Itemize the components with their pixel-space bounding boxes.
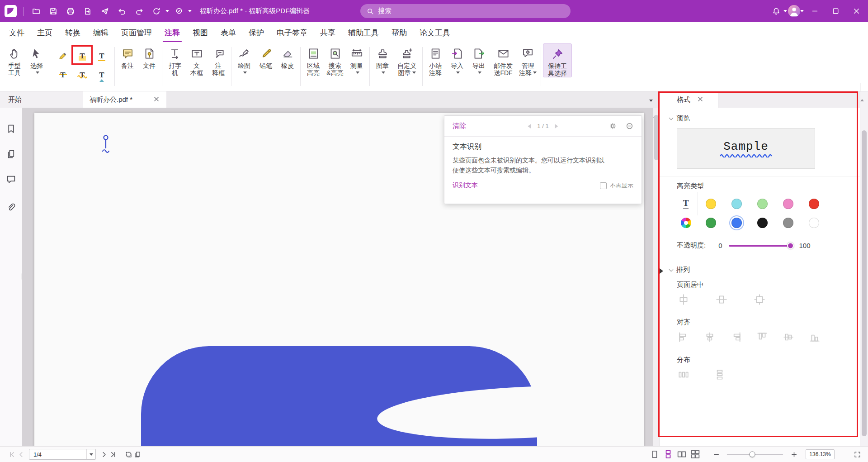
verify-dropdown-caret[interactable] bbox=[188, 10, 192, 14]
attachments-panel-button[interactable] bbox=[6, 202, 17, 213]
previous-message-icon[interactable] bbox=[525, 124, 531, 129]
comments-panel-button[interactable] bbox=[6, 174, 17, 185]
minimize-notification-button[interactable] bbox=[626, 122, 633, 130]
sync-button[interactable] bbox=[149, 5, 164, 18]
page-dropdown-button[interactable] bbox=[86, 449, 95, 459]
recognize-text-link[interactable]: 识别文本 bbox=[453, 181, 478, 190]
menu-help[interactable]: 帮助 bbox=[385, 22, 413, 43]
zoom-slider[interactable] bbox=[727, 454, 783, 455]
tab-start[interactable]: 开始 bbox=[0, 91, 83, 108]
notifications-button[interactable] bbox=[769, 5, 783, 18]
menu-comment[interactable]: 注释 bbox=[158, 22, 186, 43]
menu-protect[interactable]: 保护 bbox=[242, 22, 270, 43]
opacity-slider-handle[interactable] bbox=[787, 242, 794, 249]
bookmarks-panel-button[interactable] bbox=[6, 123, 17, 134]
collapse-ribbon-button[interactable] bbox=[860, 84, 864, 88]
menu-share[interactable]: 共享 bbox=[314, 22, 342, 43]
text-highlight-type-icon[interactable]: T bbox=[683, 198, 689, 209]
arrange-section-header[interactable]: 排列 bbox=[660, 266, 860, 274]
underline-text-tool[interactable]: T bbox=[93, 47, 111, 64]
collapse-format-panel-handle[interactable] bbox=[660, 268, 666, 274]
select-dropdown-caret[interactable] bbox=[36, 71, 39, 76]
notification-settings-button[interactable] bbox=[609, 122, 617, 130]
print-button[interactable] bbox=[63, 5, 78, 18]
minimize-button[interactable] bbox=[805, 0, 825, 22]
center-both-button[interactable] bbox=[754, 294, 765, 305]
sync-dropdown-caret[interactable] bbox=[165, 10, 169, 14]
notifications-caret[interactable] bbox=[783, 10, 787, 14]
insert-text-tool[interactable]: T bbox=[93, 66, 111, 83]
tab-list-dropdown-caret[interactable] bbox=[649, 100, 653, 104]
search-input[interactable]: 搜索 bbox=[360, 4, 571, 18]
stamp-dropdown-caret[interactable] bbox=[382, 71, 385, 76]
export-pdf-button[interactable] bbox=[80, 5, 95, 18]
menu-page-management[interactable]: 页面管理 bbox=[115, 22, 158, 43]
hand-tool-button[interactable]: 手型工具 bbox=[4, 43, 25, 76]
zoom-level-input[interactable]: 136.13% bbox=[806, 449, 835, 459]
color-swatch-gray[interactable] bbox=[783, 218, 793, 228]
page-number-input[interactable]: 1/4 bbox=[29, 449, 96, 460]
dont-show-again-checkbox[interactable] bbox=[600, 182, 607, 189]
manage-comments-button[interactable]: 管理注释 bbox=[517, 43, 539, 76]
preview-section-header[interactable]: 预览 bbox=[660, 114, 860, 123]
menu-esign[interactable]: 电子签章 bbox=[270, 22, 314, 43]
stamp-button[interactable]: 图章 bbox=[372, 43, 393, 76]
menu-form[interactable]: 表单 bbox=[214, 22, 242, 43]
eraser-button[interactable]: 橡皮 bbox=[277, 43, 298, 76]
align-bottom-button[interactable] bbox=[809, 331, 821, 343]
close-button[interactable] bbox=[846, 0, 866, 22]
zoom-out-button[interactable] bbox=[712, 450, 721, 459]
menu-file[interactable]: 文件 bbox=[3, 22, 31, 43]
manage-dropdown-caret[interactable] bbox=[533, 71, 537, 76]
close-tab-icon[interactable] bbox=[154, 96, 160, 103]
color-swatch-yellow[interactable] bbox=[706, 199, 716, 209]
drawing-button[interactable]: 绘图 bbox=[233, 43, 255, 76]
maximize-button[interactable] bbox=[826, 0, 845, 22]
tab-format[interactable]: 格式 bbox=[660, 91, 718, 108]
align-center-horizontal-button[interactable] bbox=[704, 331, 716, 343]
align-top-button[interactable] bbox=[756, 331, 768, 343]
file-attachment-button[interactable]: 文件 bbox=[138, 43, 160, 76]
center-vertically-button[interactable] bbox=[716, 294, 727, 305]
color-swatch-pink[interactable] bbox=[783, 199, 793, 209]
menu-edit[interactable]: 编辑 bbox=[87, 22, 115, 43]
next-page-button[interactable] bbox=[99, 450, 108, 459]
menu-view[interactable]: 视图 bbox=[186, 22, 214, 43]
close-format-panel-icon[interactable] bbox=[698, 96, 704, 103]
pencil-button[interactable]: 铅笔 bbox=[255, 43, 277, 76]
textbox-button[interactable]: 文本框 bbox=[186, 43, 208, 76]
measure-dropdown-caret[interactable] bbox=[356, 71, 359, 76]
center-horizontally-button[interactable] bbox=[678, 294, 689, 305]
color-swatch-black[interactable] bbox=[757, 218, 768, 228]
export-comments-button[interactable]: 导出 bbox=[468, 43, 490, 76]
highlight-text-tool[interactable] bbox=[54, 47, 72, 64]
save-button[interactable] bbox=[46, 5, 61, 18]
measure-button[interactable]: 测量 bbox=[346, 43, 368, 76]
color-swatch-cyan[interactable] bbox=[731, 199, 742, 209]
tab-document-active[interactable]: 福昕办公.pdf * bbox=[83, 91, 166, 108]
distribute-vertically-button[interactable] bbox=[714, 369, 726, 381]
facing-view-button[interactable] bbox=[677, 450, 686, 459]
strikeout-text-tool[interactable]: T bbox=[54, 66, 72, 83]
single-page-view-button[interactable] bbox=[650, 450, 659, 459]
scrollbar-thumb[interactable] bbox=[654, 115, 658, 160]
align-right-button[interactable] bbox=[730, 331, 742, 343]
color-swatch-green[interactable] bbox=[706, 218, 716, 228]
snapshot-button[interactable] bbox=[124, 450, 133, 459]
custom-stamp-dropdown-caret[interactable] bbox=[412, 71, 416, 76]
color-swatch-blue-selected[interactable] bbox=[731, 218, 742, 228]
export-dropdown-caret[interactable] bbox=[478, 71, 481, 76]
area-highlight-button[interactable]: 区域高亮 bbox=[302, 43, 324, 76]
scroll-up-icon[interactable] bbox=[860, 90, 864, 101]
redo-button[interactable] bbox=[132, 5, 146, 18]
clipboard-button[interactable] bbox=[133, 450, 142, 459]
highlight-T-tool[interactable]: T bbox=[73, 47, 91, 64]
summarize-comments-button[interactable]: 小结注释 bbox=[425, 43, 446, 76]
menu-convert[interactable]: 转换 bbox=[59, 22, 87, 43]
import-comments-button[interactable]: 导入 bbox=[446, 43, 468, 76]
zoom-slider-handle[interactable] bbox=[749, 452, 755, 457]
color-swatch-red[interactable] bbox=[809, 199, 819, 209]
zoom-in-button[interactable] bbox=[789, 450, 798, 459]
keep-tool-selected-button[interactable]: 保持工具选择 bbox=[543, 43, 572, 77]
facing-continuous-view-button[interactable] bbox=[691, 450, 700, 459]
